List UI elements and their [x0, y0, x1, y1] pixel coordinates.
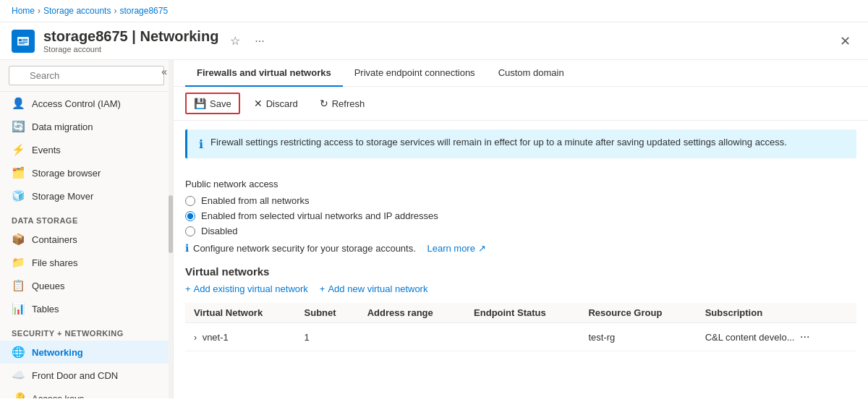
front-door-icon: ☁️ [12, 369, 25, 382]
info-icon: ℹ [199, 137, 203, 151]
network-access-options: Enabled from all networks Enabled from s… [185, 195, 856, 236]
svg-rect-4 [19, 42, 27, 43]
containers-icon: 📦 [12, 233, 25, 246]
expand-row-button[interactable]: › [194, 333, 197, 343]
favorite-button[interactable]: ☆ [227, 31, 243, 51]
table-row: › vnet-1 1 test-rg C&L content develo...… [185, 323, 856, 351]
file-shares-icon: 📁 [12, 256, 25, 269]
col-virtual-network: Virtual Network [185, 303, 296, 323]
sidebar-item-events[interactable]: ⚡ Events [0, 138, 173, 161]
tab-private-endpoints[interactable]: Private endpoint connections [343, 60, 487, 87]
learn-more-link[interactable]: Learn more ↗ [427, 243, 485, 254]
storage-mover-icon: 🧊 [12, 189, 25, 202]
sidebar-item-storage-mover[interactable]: 🧊 Storage Mover [0, 184, 173, 208]
cell-subnet: 1 [296, 323, 359, 351]
breadcrumb-storage-accounts[interactable]: Storage accounts [43, 6, 111, 16]
info-banner: ℹ Firewall settings restricting access t… [185, 129, 856, 158]
cell-subscription: C&L content develo... ··· [697, 323, 856, 351]
close-button[interactable]: ✕ [834, 30, 856, 52]
sidebar-item-label: Data migration [32, 121, 93, 132]
col-resource-group: Resource Group [579, 303, 696, 323]
sidebar-item-label: Access Control (IAM) [32, 98, 121, 109]
sidebar-item-networking[interactable]: 🌐 Networking [0, 341, 173, 364]
config-note-text: Configure network security for your stor… [193, 243, 416, 254]
sidebar-item-tables[interactable]: 📊 Tables [0, 297, 173, 320]
radio-all-input[interactable] [185, 196, 195, 206]
queues-icon: 📋 [12, 279, 25, 292]
sidebar-item-label: Storage browser [32, 168, 101, 179]
public-network-access-label: Public network access [185, 179, 856, 189]
sidebar-item-label: Events [32, 145, 61, 155]
radio-disabled[interactable]: Disabled [185, 226, 856, 236]
section-data-storage: Data storage [0, 208, 173, 228]
events-icon: ⚡ [12, 143, 25, 156]
breadcrumb-home[interactable]: Home [12, 6, 35, 16]
vnet-table: Virtual Network Subnet Address range End… [185, 303, 856, 351]
sidebar-scrollbar-thumb [169, 195, 173, 253]
sidebar-item-label: File shares [32, 257, 78, 268]
page-subtitle: Storage account [43, 45, 218, 54]
plus-icon: + [185, 283, 191, 294]
access-keys-icon: 🔑 [12, 392, 25, 398]
sidebar-item-file-shares[interactable]: 📁 File shares [0, 251, 173, 274]
layout: 🔍 « 👤 Access Control (IAM) 🔄 Data migrat… [0, 60, 868, 398]
col-endpoint-status: Endpoint Status [465, 303, 579, 323]
info-banner-text: Firewall settings restricting access to … [210, 137, 787, 147]
sidebar-item-storage-browser[interactable]: 🗂️ Storage browser [0, 161, 173, 184]
cell-endpoint-status [465, 323, 579, 351]
networking-icon: 🌐 [12, 346, 25, 359]
access-control-icon: 👤 [12, 97, 25, 110]
tab-firewalls[interactable]: Firewalls and virtual networks [185, 60, 343, 87]
sidebar-item-label: Access keys [32, 393, 84, 399]
sidebar-item-access-control[interactable]: 👤 Access Control (IAM) [0, 92, 173, 115]
sidebar-item-label: Front Door and CDN [32, 370, 118, 381]
sidebar-item-label: Storage Mover [32, 191, 93, 202]
col-subscription: Subscription [697, 303, 856, 323]
sidebar-item-front-door[interactable]: ☁️ Front Door and CDN [0, 364, 173, 387]
refresh-button[interactable]: ↻ Refresh [312, 93, 373, 114]
save-icon: 💾 [194, 98, 206, 109]
main-content: Firewalls and virtual networks Private e… [174, 60, 868, 398]
svg-rect-3 [22, 40, 27, 41]
save-button[interactable]: 💾 Save [185, 93, 240, 114]
toolbar: 💾 Save ✕ Discard ↻ Refresh [174, 87, 868, 121]
collapse-sidebar-button[interactable]: « [161, 66, 167, 77]
discard-button[interactable]: ✕ Discard [246, 93, 306, 114]
virtual-networks-title: Virtual networks [185, 265, 856, 278]
sidebar-item-label: Networking [32, 347, 83, 358]
refresh-icon: ↻ [320, 98, 328, 109]
sidebar-item-label: Containers [32, 234, 77, 245]
cell-address-range [359, 323, 465, 351]
cell-virtual-network: › vnet-1 [185, 323, 296, 351]
sidebar: 🔍 « 👤 Access Control (IAM) 🔄 Data migrat… [0, 60, 174, 398]
sidebar-item-containers[interactable]: 📦 Containers [0, 228, 173, 251]
sidebar-search-area: 🔍 [0, 60, 173, 92]
tab-bar: Firewalls and virtual networks Private e… [174, 60, 868, 87]
svg-rect-1 [19, 39, 22, 41]
breadcrumb: Home › Storage accounts › storage8675 [0, 0, 868, 22]
storage-browser-icon: 🗂️ [12, 166, 25, 179]
breadcrumb-current: storage8675 [119, 6, 168, 16]
sidebar-item-queues[interactable]: 📋 Queues [0, 274, 173, 297]
search-input[interactable] [9, 66, 164, 85]
page-title: storage8675 | Networking [43, 28, 218, 45]
vnet-actions: + Add existing virtual network + Add new… [185, 283, 856, 294]
radio-disabled-input[interactable] [185, 226, 195, 236]
radio-selected-input[interactable] [185, 211, 195, 221]
tab-custom-domain[interactable]: Custom domain [487, 60, 576, 87]
svg-rect-5 [19, 43, 25, 44]
discard-icon: ✕ [254, 98, 263, 109]
more-button[interactable]: ··· [252, 32, 267, 51]
radio-selected-networks[interactable]: Enabled from selected virtual networks a… [185, 210, 856, 221]
data-migration-icon: 🔄 [12, 120, 25, 133]
add-existing-vnet-button[interactable]: + Add existing virtual network [185, 283, 308, 294]
firewall-content: Public network access Enabled from all n… [174, 167, 868, 363]
radio-all-networks[interactable]: Enabled from all networks [185, 195, 856, 206]
sidebar-item-access-keys[interactable]: 🔑 Access keys [0, 387, 173, 398]
row-more-button[interactable]: ··· [797, 329, 812, 345]
svg-rect-2 [22, 39, 27, 40]
sidebar-scrollbar-track [169, 60, 173, 398]
sidebar-item-label: Tables [32, 304, 59, 315]
add-new-vnet-button[interactable]: + Add new virtual network [320, 283, 428, 294]
sidebar-item-data-migration[interactable]: 🔄 Data migration [0, 115, 173, 138]
